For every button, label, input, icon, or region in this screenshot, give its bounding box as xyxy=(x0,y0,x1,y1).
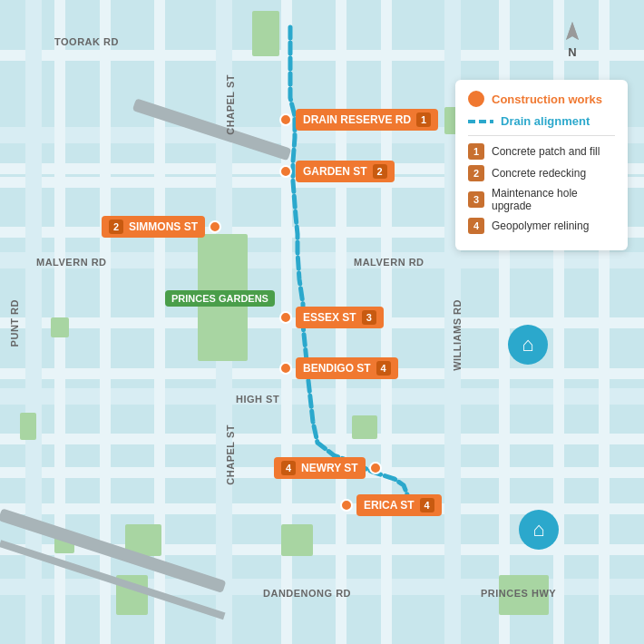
num-badge-essex: 3 xyxy=(362,310,376,325)
num-badge-newry: 4 xyxy=(281,461,296,475)
marker-label-garden: GARDEN ST 2 xyxy=(296,161,395,182)
marker-label-erica: ERICA ST 4 xyxy=(356,494,442,516)
marker-bendigo-st: BENDIGO ST 4 xyxy=(279,357,398,379)
marker-essex-st: ESSEX ST 3 xyxy=(279,307,384,328)
marker-garden-st: GARDEN ST 2 xyxy=(279,161,395,182)
marker-label-simmons: 2 SIMMONS ST xyxy=(102,216,205,238)
num-badge-erica: 4 xyxy=(420,498,434,512)
marker-simmons-st: 2 SIMMONS ST xyxy=(98,216,221,238)
num-badge-simmons: 2 xyxy=(109,220,123,234)
marker-drain-reserve-rd: DRAIN RESERVE RD 1 xyxy=(279,109,438,131)
marker-dot-essex xyxy=(279,311,292,324)
marker-label-drain-reserve: DRAIN RESERVE RD 1 xyxy=(296,109,438,131)
marker-dot-bendigo xyxy=(279,362,292,375)
marker-label-bendigo: BENDIGO ST 4 xyxy=(296,357,398,379)
marker-dot-simmons xyxy=(209,220,221,233)
marker-label-essex: ESSEX ST 3 xyxy=(296,307,384,328)
marker-newry-st: 4 NEWRY ST xyxy=(270,457,382,479)
num-badge-1: 1 xyxy=(416,112,431,127)
marker-dot-drain-reserve xyxy=(279,113,292,126)
marker-label-newry: 4 NEWRY ST xyxy=(274,457,366,479)
marker-erica-st: ERICA ST 4 xyxy=(340,494,442,516)
marker-dot-newry xyxy=(369,462,382,474)
num-badge-garden: 2 xyxy=(373,164,387,179)
marker-dot-garden xyxy=(279,165,292,178)
num-badge-bendigo: 4 xyxy=(376,361,391,376)
map-container: TOORAK RD MALVERN RD MALVERN RD HIGH ST … xyxy=(0,0,644,644)
marker-dot-erica xyxy=(340,499,353,512)
